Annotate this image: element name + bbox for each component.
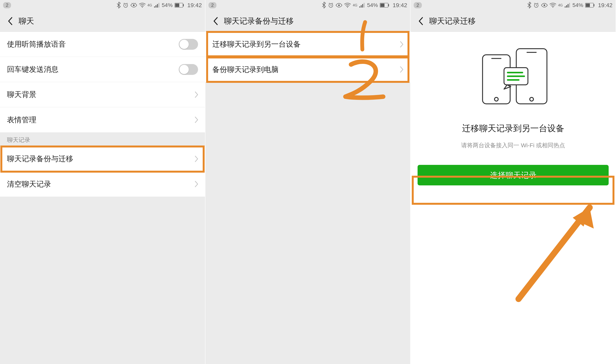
eye-icon	[336, 3, 342, 8]
network-4g-label: 4G	[147, 3, 152, 7]
status-icons: 4G 54% 19:42	[322, 2, 407, 9]
clock: 19:42	[598, 2, 613, 9]
chevron-left-icon	[213, 17, 218, 25]
page-title: 聊天	[19, 16, 34, 26]
page-title: 聊天记录备份与迁移	[224, 16, 294, 26]
alarm-icon	[533, 2, 539, 8]
status-bar: 2 4G 54% 19:42	[0, 0, 205, 11]
screen-chat-settings: 2 4G 54% 19:42 聊天 使用听筒播放语音 回车键发送消息	[0, 0, 205, 364]
row-label: 聊天背景	[7, 90, 195, 100]
row-backup-to-pc[interactable]: 备份聊天记录到电脑	[205, 57, 410, 82]
battery-percent: 54%	[162, 2, 173, 8]
svg-rect-23	[565, 6, 566, 8]
battery-percent: 54%	[572, 2, 583, 8]
back-button[interactable]	[5, 16, 15, 26]
signal-icon	[154, 3, 160, 8]
row-earpiece-playback[interactable]: 使用听筒播放语音	[0, 32, 205, 57]
alarm-icon	[328, 2, 334, 8]
two-phones-icon	[476, 45, 550, 107]
svg-rect-16	[364, 3, 365, 8]
button-label: 选择聊天记录	[490, 170, 537, 181]
back-button[interactable]	[211, 16, 220, 26]
svg-rect-26	[569, 3, 570, 8]
toggle-earpiece[interactable]	[179, 39, 198, 50]
svg-rect-19	[388, 4, 389, 6]
row-label: 迁移聊天记录到另一台设备	[212, 39, 400, 49]
toggle-enter-send[interactable]	[179, 64, 198, 75]
svg-rect-4	[156, 5, 157, 8]
notification-count-badge: 2	[414, 2, 422, 8]
nav-header: 聊天	[0, 11, 205, 32]
svg-rect-18	[380, 3, 384, 7]
svg-rect-5	[157, 4, 158, 8]
svg-point-1	[133, 4, 134, 6]
status-icons: 4G 54% 19:42	[527, 2, 613, 9]
battery-icon	[175, 3, 184, 8]
chevron-right-icon	[195, 181, 198, 187]
svg-point-22	[552, 7, 553, 8]
row-chat-background[interactable]: 聊天背景	[0, 82, 205, 107]
clock: 19:42	[187, 2, 202, 9]
bluetooth-icon	[322, 2, 326, 9]
settings-list: 使用听筒播放语音 回车键发送消息 聊天背景 表情管理	[0, 32, 205, 132]
battery-icon	[585, 3, 594, 8]
section-header-chat-history: 聊天记录	[0, 132, 205, 146]
options-list: 迁移聊天记录到另一台设备 备份聊天记录到电脑	[205, 32, 410, 82]
history-list: 聊天记录备份与迁移 清空聊天记录	[0, 146, 205, 197]
wifi-icon	[139, 3, 145, 8]
svg-rect-6	[158, 3, 159, 8]
eye-icon	[131, 3, 137, 8]
bluetooth-icon	[117, 2, 121, 9]
chevron-right-icon	[400, 66, 403, 73]
svg-rect-14	[361, 5, 362, 8]
bluetooth-icon	[527, 2, 531, 9]
section-label: 聊天记录	[7, 136, 30, 144]
svg-rect-29	[593, 4, 594, 6]
clock: 19:42	[393, 2, 407, 9]
notification-count-badge: 2	[3, 2, 11, 8]
row-migrate-to-device[interactable]: 迁移聊天记录到另一台设备	[205, 32, 410, 57]
back-button[interactable]	[416, 16, 425, 26]
svg-point-2	[142, 7, 143, 8]
signal-icon	[359, 3, 365, 8]
migrate-illustration	[411, 39, 616, 113]
page-title: 聊天记录迁移	[429, 16, 476, 26]
notification-count-badge: 2	[209, 2, 216, 8]
chevron-right-icon	[195, 117, 198, 123]
chevron-right-icon	[195, 156, 198, 162]
chevron-left-icon	[8, 17, 13, 25]
row-enter-to-send[interactable]: 回车键发送消息	[0, 57, 205, 82]
battery-icon	[380, 3, 389, 8]
screen-backup-migrate: 2 4G 54% 19:42 聊天记录备份与迁移 迁移聊天记录到另一台设备 备份…	[205, 0, 411, 364]
svg-rect-28	[586, 3, 590, 7]
wifi-icon	[344, 3, 351, 8]
row-label: 清空聊天记录	[7, 179, 195, 189]
select-chat-history-button[interactable]: 选择聊天记录	[418, 165, 609, 185]
status-bar: 2 4G 54% 19:42	[411, 0, 616, 11]
battery-percent: 54%	[367, 2, 378, 8]
svg-rect-8	[175, 3, 179, 7]
migrate-subtext: 请将两台设备接入同一 Wi-Fi 或相同热点	[411, 142, 616, 149]
network-4g-label: 4G	[558, 3, 563, 7]
status-icons: 4G 54% 19:42	[117, 2, 202, 9]
nav-header: 聊天记录备份与迁移	[205, 11, 410, 32]
chevron-right-icon	[400, 41, 403, 47]
nav-header: 聊天记录迁移	[411, 11, 616, 32]
status-bar: 2 4G 54% 19:42	[205, 0, 410, 11]
row-label: 表情管理	[7, 115, 195, 125]
row-sticker-management[interactable]: 表情管理	[0, 107, 205, 132]
signal-icon	[565, 3, 571, 8]
chevron-left-icon	[418, 17, 423, 25]
svg-point-12	[347, 7, 348, 8]
row-label: 聊天记录备份与迁移	[7, 154, 195, 164]
row-clear-history[interactable]: 清空聊天记录	[0, 171, 205, 197]
svg-rect-15	[362, 4, 363, 8]
svg-point-21	[544, 4, 545, 6]
network-4g-label: 4G	[353, 3, 357, 7]
svg-rect-25	[568, 4, 569, 8]
svg-point-11	[338, 4, 340, 6]
row-backup-migrate[interactable]: 聊天记录备份与迁移	[0, 146, 205, 171]
alarm-icon	[123, 2, 129, 8]
chevron-right-icon	[195, 91, 198, 98]
migrate-heading: 迁移聊天记录到另一台设备	[411, 123, 616, 134]
